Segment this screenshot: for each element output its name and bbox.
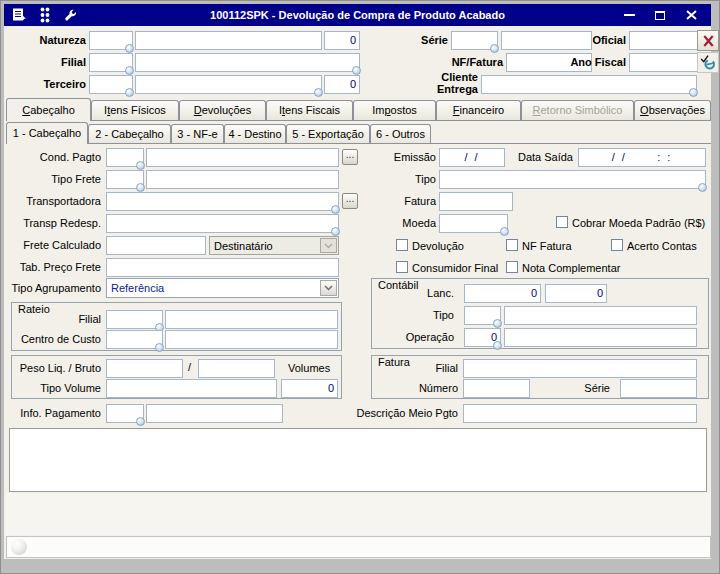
close-button[interactable] (685, 9, 697, 21)
rateio-filial-code-input[interactable] (106, 310, 163, 329)
ano-fiscal-input[interactable] (629, 53, 699, 72)
moeda-label: Moeda (344, 217, 436, 229)
notes-textarea[interactable] (9, 428, 707, 492)
confirm-button[interactable] (697, 52, 719, 73)
tab-itens-fisicos[interactable]: Itens Físicos (91, 100, 179, 121)
tipo-input[interactable] (439, 170, 706, 189)
centro-custo-code-input[interactable] (106, 330, 163, 349)
info-pagamento-label: Info. Pagamento (6, 407, 101, 419)
subtab-2-cabecalho[interactable]: 2 - Cabeçalho (88, 124, 171, 144)
centro-custo-desc-input[interactable] (165, 330, 338, 349)
lookup-ball-icon (493, 341, 502, 350)
peso-liquido-input[interactable] (106, 359, 183, 378)
peso-slash-label: / (188, 361, 191, 373)
cobrar-moeda-label[interactable]: Cobrar Moeda Padrão (R$) (572, 217, 705, 229)
volumes-qty-field[interactable]: 0 (281, 379, 338, 398)
tipo-frete-desc-input[interactable] (146, 170, 339, 189)
terceiro-qty-field[interactable]: 0 (324, 75, 360, 94)
tab-preco-frete-input[interactable] (106, 258, 339, 277)
transp-redesp-input[interactable] (106, 214, 339, 233)
fatura-serie-input[interactable] (620, 379, 697, 398)
maximize-button[interactable] (654, 9, 666, 21)
descricao-meio-pgto-input[interactable] (463, 404, 697, 423)
tipo-agrupamento-select[interactable]: Referência (106, 278, 339, 298)
volumes-label: Volumes (288, 362, 330, 374)
subtab-3-nfe[interactable]: 3 - NF-e (171, 124, 224, 144)
tab-impostos[interactable]: Impostos (353, 100, 436, 121)
frete-calculado-input[interactable] (106, 236, 206, 255)
cliente-entrega-input[interactable] (481, 75, 697, 94)
acerto-contas-checkbox[interactable] (611, 239, 623, 251)
fatura-filial-input[interactable] (463, 359, 697, 378)
tab-devolucoes[interactable]: Devoluções (179, 100, 266, 121)
fatura-filial-label: Filial (414, 362, 458, 374)
acerto-contas-label[interactable]: Acerto Contas (627, 240, 697, 252)
terceiro-code-input[interactable] (89, 75, 133, 94)
tipo-frete-code-input[interactable] (106, 170, 144, 189)
lanc-input-2[interactable]: 0 (545, 284, 607, 303)
nf-fatura-check-label[interactable]: NF Fatura (522, 240, 572, 252)
subtab-5-exportacao[interactable]: 5 - Exportação (286, 124, 370, 144)
info-pagamento-code-input[interactable] (106, 404, 144, 423)
cond-pagto-code-input[interactable] (106, 148, 144, 167)
lookup-ball-icon (490, 44, 499, 53)
contabil-tipo-label: Tipo (394, 309, 454, 321)
transportadora-input[interactable] (106, 192, 339, 211)
cancel-button[interactable] (697, 30, 719, 51)
devolucao-checkbox[interactable] (396, 239, 408, 251)
natureza-qty-field[interactable]: 0 (324, 31, 360, 50)
nota-complementar-checkbox[interactable] (506, 261, 518, 273)
tab-financeiro[interactable]: Financeiro (436, 100, 521, 121)
data-saida-input[interactable]: / / : : (578, 148, 706, 167)
contabil-tipo-code-input[interactable] (464, 306, 501, 325)
tab-observacoes[interactable]: Observações (634, 100, 711, 121)
nota-complementar-label[interactable]: Nota Complementar (522, 262, 620, 274)
fatura-numero-input[interactable] (463, 379, 530, 398)
lookup-ball-icon (493, 319, 502, 328)
subtab-1-cabecalho[interactable]: 1 - Cabeçalho (6, 122, 88, 144)
minimize-button[interactable] (623, 9, 635, 21)
natureza-code-input[interactable] (89, 31, 133, 50)
fatura-numero-label: Número (404, 382, 458, 394)
natureza-desc-input[interactable] (135, 31, 322, 50)
maximize-icon (655, 11, 665, 20)
lookup-ball-icon (500, 227, 509, 236)
descricao-meio-pgto-label: Descrição Meio Pgto (344, 407, 458, 419)
fatura-input[interactable] (439, 192, 513, 211)
tipo-volume-input[interactable] (106, 379, 277, 398)
operacao-desc-input[interactable] (504, 328, 697, 347)
lookup-ball-icon (125, 88, 134, 97)
contabil-tipo-desc-input[interactable] (504, 306, 697, 325)
form-icon[interactable] (11, 6, 29, 24)
serie-code-input[interactable] (451, 31, 498, 50)
tab-itens-fiscais[interactable]: Itens Fiscais (266, 100, 353, 121)
info-pagamento-desc-input[interactable] (146, 404, 283, 423)
consumidor-final-label[interactable]: Consumidor Final (412, 262, 498, 274)
devolucao-label[interactable]: Devolução (412, 240, 464, 252)
cobrar-moeda-checkbox[interactable] (556, 216, 568, 228)
close-icon (686, 10, 697, 20)
lookup-ball-icon (331, 205, 340, 214)
consumidor-final-checkbox[interactable] (396, 261, 408, 273)
nf-fatura-label: NF/Fatura (404, 56, 503, 68)
filial-code-input[interactable] (89, 53, 133, 72)
nf-fatura-checkbox[interactable] (506, 239, 518, 251)
rateio-filial-desc-input[interactable] (165, 310, 338, 329)
frete-calculado-label: Frete Calculado (6, 239, 101, 251)
title-bar: 100112SPK - Devolução de Compra de Produ… (4, 4, 711, 26)
emissao-date-input[interactable]: / / (439, 148, 505, 167)
subtab-4-destino[interactable]: 4 - Destino (224, 124, 286, 144)
moeda-input[interactable] (439, 214, 508, 233)
filial-desc-input[interactable] (135, 53, 360, 72)
operacao-code-input[interactable]: 0 (464, 328, 501, 347)
wrench-icon[interactable] (61, 6, 79, 24)
cond-pagto-desc-input[interactable] (146, 148, 339, 167)
tab-cabecalho[interactable]: Cabeçalho (6, 98, 91, 121)
oficial-input[interactable] (629, 31, 699, 50)
terceiro-desc-input[interactable] (135, 75, 322, 94)
status-bar (6, 536, 711, 558)
subtab-6-outros[interactable]: 6 - Outros (370, 124, 431, 144)
peso-bruto-input[interactable] (198, 359, 275, 378)
traffic-light-icon[interactable] (36, 6, 54, 24)
lanc-input-1[interactable]: 0 (464, 284, 541, 303)
